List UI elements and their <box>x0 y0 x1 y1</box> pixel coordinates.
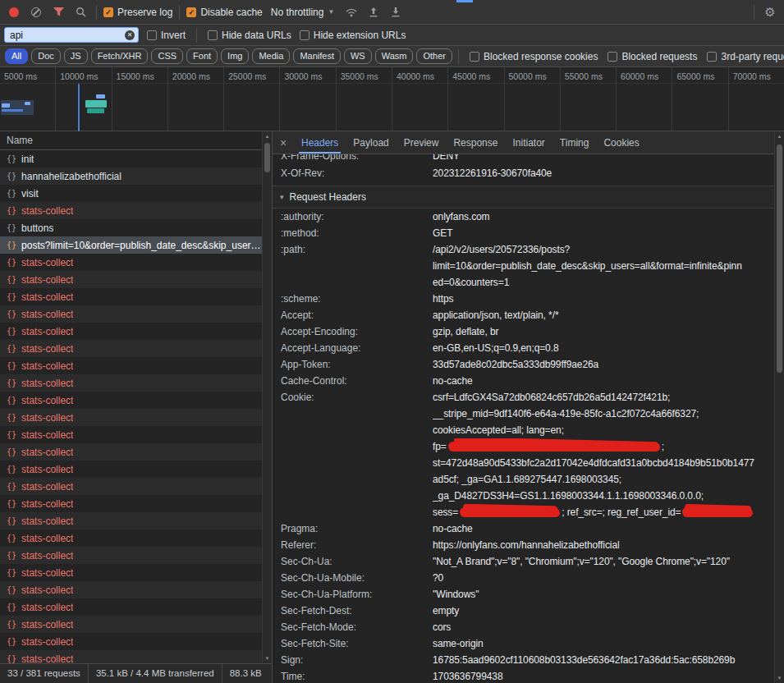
request-row[interactable]: {}buttons <box>0 219 262 236</box>
request-row[interactable]: {}stats-collect <box>0 254 262 271</box>
request-row[interactable]: {}stats-collect <box>0 547 262 564</box>
hide-data-urls-checkbox[interactable]: Hide data URLs <box>208 30 291 41</box>
details-scrollbar[interactable]: ▲ ▼ <box>774 131 784 683</box>
request-row[interactable]: {}stats-collect <box>0 581 262 598</box>
header-row: Sec-Ch-Ua-Mobile:?0 <box>273 570 774 586</box>
hide-extension-urls-checkbox[interactable]: Hide extension URLs <box>300 30 406 41</box>
request-row[interactable]: {}stats-collect <box>0 598 262 616</box>
active-tab-indicator <box>456 0 473 2</box>
request-row[interactable]: {}stats-collect <box>0 478 262 495</box>
disable-cache-checkbox[interactable]: Disable cache <box>186 7 262 18</box>
network-conditions-button[interactable] <box>342 3 360 21</box>
filter-checkbox-3rd-party-requests[interactable]: 3rd-party requests <box>707 51 784 62</box>
type-filter-ws[interactable]: WS <box>344 48 372 64</box>
preserve-log-checkbox[interactable]: Preserve log <box>103 7 172 18</box>
typebar-divider <box>458 49 459 64</box>
tab-cookies[interactable]: Cookies <box>596 131 646 154</box>
overview-tick-label: 25000 ms <box>228 71 266 81</box>
name-column-header[interactable]: Name <box>0 131 272 150</box>
scrollbar-thumb[interactable] <box>264 143 270 172</box>
request-row[interactable]: {}stats-collect <box>0 409 262 426</box>
overview-tick-label: 45000 ms <box>452 71 490 81</box>
request-row[interactable]: {}hannahelizabethofficial <box>0 167 262 185</box>
request-row[interactable]: {}stats-collect <box>0 564 262 581</box>
tab-preview[interactable]: Preview <box>397 131 447 154</box>
type-filter-font[interactable]: Font <box>186 48 218 64</box>
upload-icon <box>369 7 378 17</box>
import-har-button[interactable] <box>364 3 383 21</box>
request-row[interactable]: {}stats-collect <box>0 461 262 478</box>
type-filter-all[interactable]: All <box>5 48 28 64</box>
overview-tick-label: 65000 ms <box>676 71 714 81</box>
type-filter-doc[interactable]: Doc <box>31 48 61 64</box>
request-row[interactable]: {}stats-collect <box>0 357 262 374</box>
export-har-button[interactable] <box>387 3 405 21</box>
throttling-value: No throttling <box>271 7 324 18</box>
checkbox-unchecked-icon <box>607 52 617 62</box>
clear-filter-icon[interactable]: ✕ <box>125 30 135 40</box>
request-list-scrollbar[interactable]: ▲ ▼ <box>262 131 272 663</box>
header-row: Sec-Ch-Ua:"Not_A Brand";v="8", "Chromium… <box>273 553 774 570</box>
request-row[interactable]: {}posts?limit=10&order=publish_date_desc… <box>0 236 262 254</box>
filter-input[interactable] <box>8 29 121 42</box>
request-row[interactable]: {}stats-collect <box>0 374 262 392</box>
request-row[interactable]: {}stats-collect <box>0 202 262 219</box>
request-row[interactable]: {}stats-collect <box>0 288 262 305</box>
scroll-up-arrow-icon[interactable]: ▲ <box>263 131 272 141</box>
header-value: ?0 <box>433 570 774 586</box>
filter-checkbox-blocked-response-cookies[interactable]: Blocked response cookies <box>470 51 598 62</box>
invert-checkbox[interactable]: Invert <box>147 30 186 41</box>
throttling-select[interactable]: No throttling ▼ <box>267 5 339 20</box>
type-filter-other[interactable]: Other <box>416 48 452 64</box>
request-row[interactable]: {}stats-collect <box>0 340 262 357</box>
tab-payload[interactable]: Payload <box>346 131 396 154</box>
devtools-network-panel: Preserve log Disable cache No throttling… <box>0 0 784 683</box>
type-filter-pills: AllDocJSFetch/XHRCSSFontImgMediaManifest… <box>5 48 452 64</box>
scroll-down-arrow-icon[interactable]: ▼ <box>263 653 272 663</box>
type-filter-manifest[interactable]: Manifest <box>293 48 341 64</box>
request-row[interactable]: {}stats-collect <box>0 495 262 512</box>
request-list-column: Name {}init{}hannahelizabethofficial{}vi… <box>0 131 273 683</box>
type-filter-fetch-xhr[interactable]: Fetch/XHR <box>91 48 149 64</box>
type-filter-wasm[interactable]: Wasm <box>375 48 414 64</box>
request-row[interactable]: {}stats-collect <box>0 271 262 288</box>
network-overview-timeline[interactable]: 5000 ms10000 ms15000 ms20000 ms25000 ms3… <box>0 67 784 131</box>
type-filter-media[interactable]: Media <box>252 48 290 64</box>
request-row[interactable]: {}stats-collect <box>0 443 262 461</box>
json-braces-icon: {} <box>7 344 16 353</box>
overview-tick-label: 60000 ms <box>621 71 658 81</box>
request-name: stats-collect <box>21 378 73 389</box>
type-filter-img[interactable]: Img <box>221 48 249 64</box>
type-filter-css[interactable]: CSS <box>151 48 183 64</box>
request-row[interactable]: {}init <box>0 150 262 167</box>
settings-button[interactable]: ⚙ <box>761 3 779 21</box>
close-details-button[interactable]: × <box>273 131 294 154</box>
request-row[interactable]: {}stats-collect <box>0 633 262 650</box>
tab-headers[interactable]: Headers <box>294 131 346 154</box>
request-row[interactable]: {}stats-collect <box>0 616 262 633</box>
header-row: Time:1703636799438 <box>273 668 774 683</box>
record-button[interactable] <box>5 3 23 21</box>
request-row[interactable]: {}stats-collect <box>0 305 262 323</box>
header-row: X-Frame-Options:DENY <box>273 154 774 164</box>
request-headers-section-header[interactable]: ▾Request Headers <box>273 186 774 209</box>
filter-checkbox-blocked-requests[interactable]: Blocked requests <box>607 51 697 62</box>
request-row[interactable]: {}stats-collect <box>0 323 262 340</box>
filter-toggle-button[interactable] <box>49 3 67 21</box>
request-row[interactable]: {}stats-collect <box>0 512 262 529</box>
tab-initiator[interactable]: Initiator <box>505 131 552 154</box>
request-row[interactable]: {}stats-collect <box>0 426 262 443</box>
search-button[interactable] <box>71 3 89 21</box>
request-row[interactable]: {}stats-collect <box>0 392 262 409</box>
scroll-up-arrow-icon[interactable]: ▲ <box>775 131 784 141</box>
request-row[interactable]: {}stats-collect <box>0 650 262 663</box>
tab-timing[interactable]: Timing <box>552 131 597 154</box>
json-braces-icon: {} <box>7 223 16 232</box>
clear-button[interactable] <box>27 3 45 21</box>
request-row[interactable]: {}visit <box>0 185 262 202</box>
scroll-down-arrow-icon[interactable]: ▼ <box>775 673 784 683</box>
type-filter-js[interactable]: JS <box>64 48 88 64</box>
scrollbar-thumb[interactable] <box>777 144 782 373</box>
request-row[interactable]: {}stats-collect <box>0 529 262 547</box>
tab-response[interactable]: Response <box>446 131 505 154</box>
